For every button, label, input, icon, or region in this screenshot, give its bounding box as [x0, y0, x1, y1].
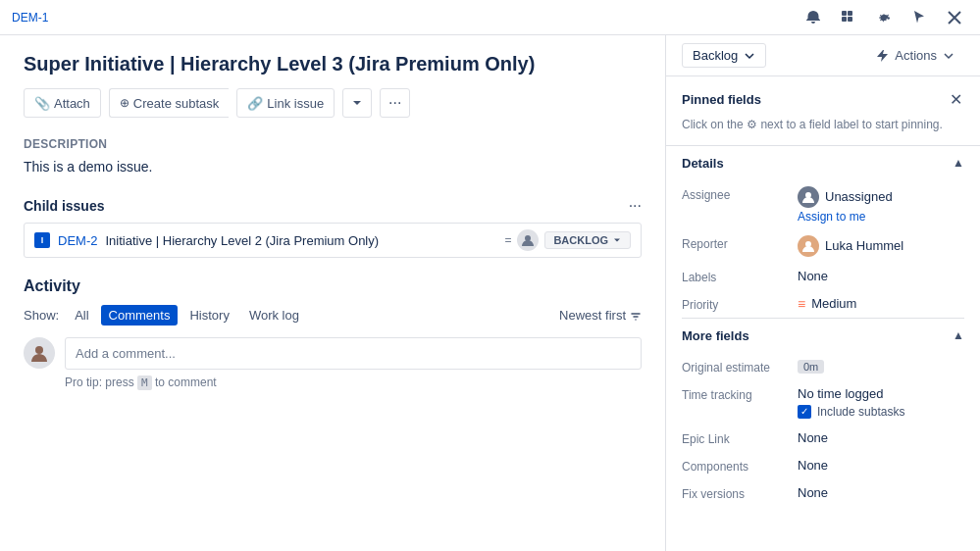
- svg-rect-2: [842, 17, 847, 22]
- time-tracking-row: Time tracking No time logged Include sub…: [682, 380, 964, 425]
- chevron-down-icon: [351, 97, 363, 109]
- priority-text: Medium: [811, 296, 856, 311]
- link-issue-button[interactable]: 🔗 Link issue: [236, 88, 335, 118]
- link-issue-label: Link issue: [267, 96, 324, 111]
- labels-label: Labels: [682, 269, 790, 284]
- epic-link-value: None: [798, 430, 964, 445]
- assignee-name: Unassigned: [825, 189, 893, 204]
- include-subtasks-checkbox[interactable]: [798, 405, 811, 419]
- include-subtasks-row: Include subtasks: [798, 405, 964, 419]
- apps-icon: [841, 10, 856, 25]
- details-title: Details: [682, 156, 724, 171]
- svg-rect-0: [842, 11, 847, 16]
- shortcut-key: M: [137, 376, 152, 390]
- action-bar: 📎 Attach ⊕ Create subtask 🔗 Link issue ·: [24, 88, 642, 118]
- avatar-icon: [521, 233, 535, 247]
- create-subtask-group: ⊕ Create subtask: [109, 88, 229, 118]
- details-header[interactable]: Details ▲: [682, 146, 964, 180]
- original-estimate-label: Original estimate: [682, 359, 790, 375]
- chevron-down-small-icon: [612, 235, 622, 245]
- details-section: Details ▲ Assignee Unassigned Assign to …: [666, 146, 980, 318]
- top-bar-actions: [799, 4, 968, 31]
- chevron-down-actions-icon: [943, 50, 954, 62]
- hint-suffix: next to a field label to start pinning.: [760, 118, 942, 131]
- svg-rect-1: [848, 11, 852, 16]
- fix-versions-value: None: [798, 485, 964, 500]
- backlog-label: Backlog: [693, 48, 738, 63]
- unassigned-avatar-icon: [801, 190, 815, 204]
- activity-section: Activity Show: All Comments History Work…: [24, 277, 642, 389]
- top-bar: DEM-1: [0, 0, 980, 35]
- settings-icon-btn[interactable]: [870, 4, 898, 31]
- activity-sort[interactable]: Newest first: [559, 308, 642, 323]
- tab-worklog[interactable]: Work log: [241, 305, 307, 326]
- child-issue-key[interactable]: DEM-2: [58, 233, 97, 248]
- attach-button[interactable]: 📎 Attach: [24, 88, 101, 118]
- svg-point-5: [35, 346, 43, 354]
- ellipsis-button[interactable]: ···: [380, 88, 410, 118]
- priority-field-row: Priority ≡ Medium: [682, 290, 964, 318]
- child-status-badge[interactable]: BACKLOG: [544, 231, 631, 249]
- cursor-icon-btn[interactable]: [905, 4, 933, 31]
- child-issues-section: Child issues ··· I DEM-2 Initiative | Hi…: [24, 197, 642, 258]
- priority-row: ≡ Medium: [798, 296, 964, 312]
- child-status-label: BACKLOG: [553, 234, 608, 246]
- pinned-fields-header: Pinned fields ✕: [682, 88, 964, 111]
- create-subtask-button[interactable]: ⊕ Create subtask: [109, 88, 229, 118]
- sort-icon: [630, 310, 642, 322]
- child-priority-icon: =: [504, 233, 511, 247]
- tab-all[interactable]: All: [67, 305, 96, 326]
- components-label: Components: [682, 458, 790, 474]
- tab-comments[interactable]: Comments: [101, 305, 179, 326]
- settings-icon: [876, 10, 892, 25]
- backlog-button[interactable]: Backlog: [682, 43, 766, 68]
- pinned-fields-close-button[interactable]: ✕: [948, 88, 964, 111]
- include-subtasks-label: Include subtasks: [817, 405, 904, 419]
- labels-field-row: Labels None: [682, 263, 964, 290]
- notification-icon: [805, 10, 821, 25]
- child-issue-row: I DEM-2 Initiative | Hierarchy Level 2 (…: [24, 223, 642, 258]
- right-panel: Backlog Actions Pinned fields ✕ Click on…: [666, 35, 980, 551]
- time-tracking-value: No time logged Include subtasks: [798, 386, 964, 419]
- more-actions-dropdown[interactable]: [342, 88, 372, 118]
- reporter-avatar: [798, 235, 819, 257]
- comment-tip: Pro tip: press M to comment: [65, 376, 642, 389]
- child-issues-menu-button[interactable]: ···: [629, 197, 642, 215]
- lightning-icon: [875, 49, 889, 63]
- activity-tabs: Show: All Comments History Work log Newe…: [24, 305, 642, 326]
- more-fields-section: More fields ▲ Original estimate 0m Time …: [666, 318, 980, 507]
- notification-icon-btn[interactable]: [799, 4, 827, 31]
- svg-rect-3: [848, 17, 852, 22]
- close-icon-btn[interactable]: [941, 4, 968, 31]
- assignee-label: Assignee: [682, 186, 790, 202]
- labels-value: None: [798, 269, 964, 283]
- time-tracking-text: No time logged: [798, 386, 964, 401]
- fix-versions-row: Fix versions None: [682, 479, 964, 507]
- cursor-icon: [911, 10, 927, 25]
- actions-button[interactable]: Actions: [865, 44, 964, 67]
- pro-tip-text: Pro tip: press: [65, 376, 134, 389]
- comment-input-field[interactable]: Add a comment...: [65, 337, 642, 370]
- user-avatar-icon: [29, 343, 49, 363]
- right-top-bar: Backlog Actions: [666, 35, 980, 76]
- tab-history[interactable]: History: [181, 305, 236, 326]
- time-tracking-label: Time tracking: [682, 386, 790, 402]
- priority-label: Priority: [682, 296, 790, 312]
- more-fields-header[interactable]: More fields ▲: [682, 318, 964, 353]
- pro-tip-suffix: to comment: [155, 376, 217, 389]
- breadcrumb[interactable]: DEM-1: [12, 11, 48, 25]
- reporter-name: Luka Hummel: [825, 238, 903, 253]
- assignee-field-row: Assignee Unassigned Assign to me: [682, 180, 964, 229]
- apps-icon-btn[interactable]: [835, 4, 862, 31]
- child-assignee-avatar: [517, 229, 539, 251]
- hint-text: Click on the: [682, 118, 744, 131]
- description-section: Description This is a demo issue.: [24, 137, 642, 177]
- issue-title: Super Initiative | Hierarchy Level 3 (Ji…: [24, 51, 642, 76]
- reporter-row: Luka Hummel: [798, 235, 964, 257]
- breadcrumb-area: DEM-1: [12, 11, 799, 25]
- child-issues-header: Child issues ···: [24, 197, 642, 215]
- more-fields-title: More fields: [682, 328, 749, 343]
- sort-label: Newest first: [559, 308, 626, 323]
- assign-to-me-link[interactable]: Assign to me: [798, 210, 964, 224]
- child-issue-summary: Initiative | Hierarchy Level 2 (Jira Pre…: [105, 233, 496, 248]
